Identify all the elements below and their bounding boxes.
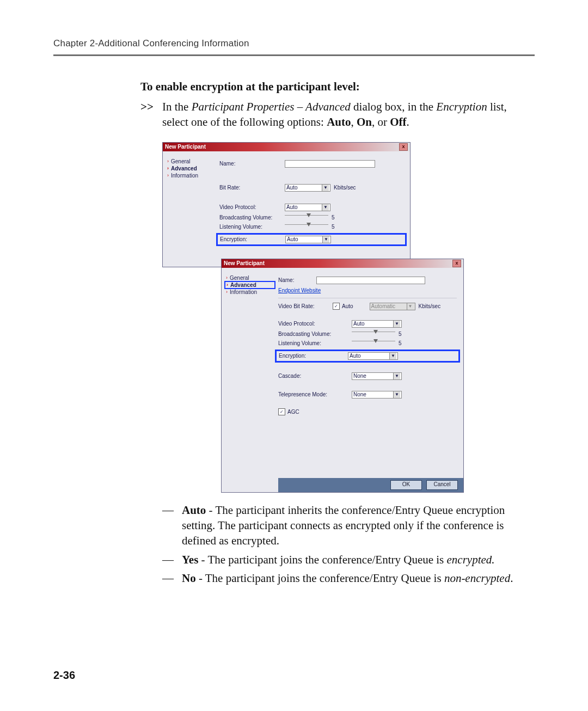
opt-off: Off — [390, 115, 406, 128]
encryption-highlight: Encryption: Auto▼ — [275, 350, 460, 363]
chevron-icon: › — [226, 290, 228, 295]
select-value: None — [353, 391, 366, 397]
bitrate-label: Bit Rate: — [219, 185, 285, 191]
t: - The participant joins the conference/E… — [196, 572, 444, 585]
cascade-select[interactable]: None▼ — [352, 372, 402, 380]
broadcasting-volume-slider[interactable] — [352, 332, 395, 336]
broadcasting-volume-value: 5 — [332, 214, 335, 220]
video-protocol-select[interactable]: Auto▼ — [352, 320, 402, 328]
chevron-icon: › — [226, 275, 228, 280]
dash-icon: — — [162, 552, 182, 567]
telepresence-select[interactable]: None▼ — [352, 391, 402, 399]
broadcasting-volume-label: Broadcasting Volume: — [278, 331, 352, 337]
chevron-icon: › — [167, 159, 169, 164]
listening-volume-label: Listening Volume: — [278, 340, 352, 346]
sidebar-item-information[interactable]: ›Information — [167, 172, 215, 179]
sidebar: ›General ›Advanced ›Information — [222, 268, 278, 492]
select-value: Auto — [350, 353, 361, 359]
select-value: Auto — [353, 321, 365, 327]
sidebar-label: Information — [171, 173, 198, 179]
option-list: — Auto - The participant inherits the co… — [162, 502, 524, 586]
listening-volume-value: 5 — [332, 224, 335, 230]
chevron-down-icon: ▼ — [389, 353, 396, 359]
auto-checkbox[interactable]: ✓ — [333, 303, 340, 310]
cascade-label: Cascade: — [278, 373, 352, 379]
i: non-encrypted — [444, 572, 510, 585]
step: >> In the Participant Properties – Advan… — [140, 99, 524, 130]
chevron-icon: › — [167, 173, 169, 178]
dash-icon: — — [162, 502, 182, 549]
encryption-label: Encryption: — [220, 236, 285, 242]
chevron-down-icon: ▼ — [322, 185, 329, 191]
encryption-select[interactable]: Auto▼ — [348, 352, 398, 360]
step-marker: >> — [140, 99, 162, 130]
listening-volume-slider[interactable] — [285, 224, 328, 229]
dialog-title: New Participant — [224, 260, 265, 266]
encryption-select[interactable]: Auto▼ — [285, 236, 331, 243]
sidebar-item-information[interactable]: ›Information — [226, 289, 274, 296]
titlebar: New Participant x — [222, 259, 463, 268]
sidebar-label: General — [230, 275, 249, 281]
name-input[interactable] — [285, 160, 375, 168]
bitrate-unit: Kbits/sec — [334, 185, 356, 191]
t: dialog box, in the — [351, 100, 436, 113]
video-bitrate-label: Video Bit Rate: — [278, 303, 333, 309]
cancel-button[interactable]: Cancel — [426, 480, 458, 490]
endpoint-website-link[interactable]: Endpoint Website — [278, 287, 321, 293]
t: - The participant joins the conference/E… — [198, 553, 446, 566]
b: No — [182, 572, 196, 585]
sidebar-label: Advanced — [171, 166, 197, 171]
b: Yes — [182, 553, 198, 566]
chevron-icon: › — [167, 166, 169, 171]
encryption-highlight: Encryption: Auto▼ — [216, 233, 407, 246]
select-value: Auto — [286, 204, 298, 210]
sidebar-label: Information — [230, 289, 257, 295]
sidebar-item-general[interactable]: ›General — [167, 158, 215, 165]
dialog-name: Participant Properties – Advanced — [192, 100, 351, 113]
t: . — [407, 115, 409, 128]
sidebar-item-advanced[interactable]: ›Advanced — [224, 281, 275, 289]
chevron-down-icon: ▼ — [322, 236, 329, 243]
ok-button[interactable]: OK — [390, 480, 422, 490]
select-value: Auto — [287, 236, 298, 242]
b: Auto — [182, 504, 206, 517]
dialog-new-participant-front: New Participant x ›General ›Advanced ›In… — [221, 259, 464, 493]
select-value: Automatic — [371, 303, 395, 309]
titlebar: New Participant x — [163, 143, 410, 151]
video-protocol-label: Video Protocol: — [278, 321, 352, 327]
button-bar: OK Cancel — [278, 478, 463, 492]
divider — [278, 298, 457, 298]
video-protocol-label: Video Protocol: — [219, 204, 285, 210]
chevron-down-icon: ▼ — [393, 391, 400, 398]
sidebar: ›General ›Advanced ›Information — [163, 151, 219, 267]
video-bitrate-select[interactable]: Automatic▼ — [370, 303, 415, 310]
sidebar-item-advanced[interactable]: ›Advanced — [167, 165, 215, 172]
running-header: Chapter 2-Additional Conferencing Inform… — [53, 38, 535, 49]
t: , — [351, 115, 357, 128]
section-heading: To enable encryption at the participant … — [140, 80, 524, 94]
chevron-icon: › — [226, 283, 228, 287]
select-value: Auto — [286, 185, 298, 191]
bitrate-select[interactable]: Auto▼ — [285, 184, 330, 192]
option-auto: — Auto - The participant inherits the co… — [162, 502, 524, 549]
page-number: 2-36 — [53, 669, 75, 682]
listening-volume-slider[interactable] — [352, 341, 395, 346]
name-label: Name: — [278, 277, 316, 283]
broadcasting-volume-slider[interactable] — [285, 215, 328, 220]
sidebar-label: General — [171, 158, 191, 164]
close-icon[interactable]: x — [399, 143, 408, 151]
opt-auto: Auto — [327, 115, 351, 128]
chevron-down-icon: ▼ — [393, 321, 400, 327]
screenshot-stack: New Participant x ›General ›Advanced ›In… — [162, 142, 524, 496]
listening-volume-label: Listening Volume: — [219, 224, 285, 230]
name-input[interactable] — [316, 277, 425, 284]
video-protocol-select[interactable]: Auto▼ — [285, 204, 330, 211]
dialog-title: New Participant — [165, 144, 206, 150]
t: . — [510, 572, 513, 585]
agc-checkbox[interactable]: ✓ — [278, 408, 285, 415]
option-yes: — Yes - The participant joins the confer… — [162, 552, 524, 567]
chevron-down-icon: ▼ — [322, 204, 329, 211]
option-no: — No - The participant joins the confere… — [162, 571, 524, 586]
sidebar-label: Advanced — [230, 282, 256, 288]
close-icon[interactable]: x — [452, 260, 461, 267]
